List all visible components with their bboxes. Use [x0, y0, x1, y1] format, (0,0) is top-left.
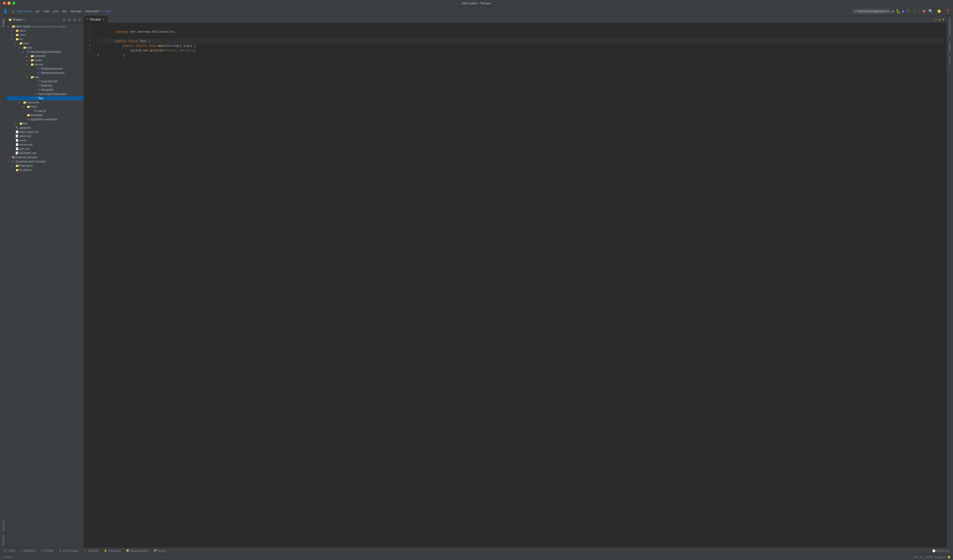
tree-item-java[interactable]: ▾ 📁 java	[6, 45, 84, 50]
folder-icon: 📁	[30, 59, 34, 62]
tree-item-extensions[interactable]: ▸ 📁 Extensions	[6, 164, 84, 168]
vcs-button[interactable]: 👤	[2, 8, 9, 14]
run-configuration[interactable]: ● HelloCopilotApplication ▾	[852, 9, 890, 14]
terminal-icon: >_	[84, 549, 87, 552]
tree-item-test[interactable]: C Test	[6, 96, 84, 100]
tree-item-src[interactable]: ▾ 📁 src	[6, 37, 84, 41]
breadcrumb-danvega[interactable]: danvega	[71, 9, 81, 13]
locate-in-tree-button[interactable]: ⊕	[62, 17, 66, 22]
tree-item-gitignore[interactable]: 🔧 .gitignore	[6, 126, 84, 130]
jms-messenger-tab[interactable]: Jms Messenger	[948, 16, 952, 39]
help-button[interactable]: ❓	[944, 8, 951, 14]
tree-item-test-folder[interactable]: ▸ 📁 test	[6, 121, 84, 126]
tree-item-scratches-folder[interactable]: 📁 Scratches	[6, 168, 84, 172]
code-content[interactable]: package dev.danvega.hellocopilot; public…	[95, 23, 947, 548]
maximize-button[interactable]	[12, 2, 15, 5]
tree-item-whiteboard-service[interactable]: C WhiteboardService	[6, 71, 84, 75]
tree-item-templates[interactable]: 📁 templates	[6, 113, 84, 117]
tree-item-pom-xml[interactable]: 📄 pom.xml	[6, 147, 84, 151]
more-run-actions[interactable]: ⋮	[911, 8, 917, 14]
breadcrumb-main[interactable]: main	[43, 9, 50, 13]
navigate-back[interactable]: ◁	[10, 8, 16, 14]
stop-button[interactable]: ⏹	[922, 9, 926, 13]
editor-tab-test-java[interactable]: C Test.java ✕	[84, 16, 108, 23]
tree-item-mvn[interactable]: ▸ 📁 .mvn	[6, 33, 84, 37]
tree-item-scratches[interactable]: ▾ 🗂 Scratches and Consoles	[6, 160, 84, 164]
minimize-button[interactable]	[8, 2, 11, 5]
spring-tab[interactable]: 🌱 Spring	[151, 549, 168, 553]
indent-status[interactable]: 4 spaces	[935, 556, 945, 558]
tree-item-idea[interactable]: ▸ 📁 .idea	[6, 29, 84, 33]
tree-item-package[interactable]: ▾ ●● dev.danvega.hellocopilot	[6, 50, 84, 54]
hide-panel-button[interactable]: ✕	[78, 17, 82, 22]
debug-button[interactable]: 🐛	[896, 9, 901, 13]
breadcrumb-dev[interactable]: dev	[62, 9, 67, 13]
tree-item-calendar-utils[interactable]: C CalendarUtils	[6, 79, 84, 84]
tree-item-main-js[interactable]: JS main.js	[6, 109, 84, 113]
maven-tab[interactable]: Maven	[948, 55, 952, 67]
todo-tab[interactable]: ☰ TODO	[2, 549, 18, 553]
xml-icon: 📄	[15, 147, 19, 150]
breadcrumb-hellocopilot[interactable]: hellocopilot	[85, 9, 99, 13]
collapse-all-button[interactable]: ⊟	[67, 17, 71, 22]
tree-item-external-libs[interactable]: ▸ 📚 External Libraries	[6, 155, 84, 160]
line-ending-status[interactable]: LF	[920, 556, 923, 558]
tree-item-employee-service[interactable]: C EmployeeService	[6, 67, 84, 71]
code-editor[interactable]: 1 2 3 4 5 6 package dev.danvega.hellocop…	[84, 23, 947, 548]
search-everywhere[interactable]: 🔍	[927, 8, 934, 14]
folder-icon: 📁	[15, 168, 19, 172]
coverage-button[interactable]: ▶	[902, 9, 905, 13]
tree-item-mvnw-cmd[interactable]: 📄 mvnw.cmd	[6, 143, 84, 147]
tree-item-model[interactable]: ▸ 📁 model	[6, 58, 84, 62]
tree-item-readme[interactable]: 📝 README.md	[6, 151, 84, 155]
folder-icon: 📁	[15, 164, 19, 168]
tree-item-hello-copilot[interactable]: ▾ 📁 hello-copilot ~/dev/spring-boot/hell…	[6, 24, 84, 29]
git-icon: ⎇	[2, 555, 5, 558]
tree-item-iml[interactable]: 📄 hello-copilot.iml	[6, 130, 84, 134]
encoding-status[interactable]: UTF-8	[925, 556, 932, 558]
tree-item-service[interactable]: ▾ 📁 service	[6, 62, 84, 67]
problems-tab[interactable]: ⚠ Problems	[18, 549, 38, 553]
sidebar-structure-tab[interactable]: Structure	[1, 519, 6, 533]
tree-item-static[interactable]: ▾ 📁 static	[6, 105, 84, 109]
profile-button[interactable]: ⏱	[906, 9, 910, 13]
code-line-4c: }	[97, 48, 944, 53]
run-button[interactable]: ▶	[892, 9, 895, 13]
breadcrumb-test[interactable]: C Test	[103, 9, 111, 13]
tree-item-main[interactable]: ▾ 📁 main	[6, 41, 84, 45]
cmd-icon: 📄	[15, 143, 19, 146]
endpoints-tab[interactable]: ⚡ Endpoints	[101, 549, 123, 553]
tree-item-resources[interactable]: ▾ 📁 resources	[6, 100, 84, 105]
terminal-tab[interactable]: >_ Terminal	[81, 549, 101, 553]
breadcrumb-src[interactable]: src	[36, 9, 39, 13]
tree-item-utils[interactable]: ▾ 📁 utils	[6, 75, 84, 79]
tree-item-help-md[interactable]: 📝 HELP.md	[6, 134, 84, 138]
dependencies-tab[interactable]: 📦 Dependencies	[124, 549, 151, 553]
notifications-status[interactable]: 🔔	[947, 555, 951, 558]
tab-close-button[interactable]: ✕	[102, 18, 105, 21]
jms-browser-tab[interactable]: ✉ Jms Browser	[56, 549, 81, 553]
cursor-position-status[interactable]: 4:5	[914, 556, 917, 558]
git-branch-status[interactable]: ⎇ main	[2, 555, 12, 558]
tree-item-hello-copilot-app[interactable]: C HelloCopilotApplication	[6, 92, 84, 96]
settings-button[interactable]: ⭐	[936, 8, 943, 14]
close-button[interactable]	[3, 2, 6, 5]
profiler-tab[interactable]: ⏱ Profiler	[39, 549, 56, 553]
window-title: hello-copilot – Test.java	[462, 2, 491, 5]
tree-item-mvnw[interactable]: 📄 mvnw	[6, 138, 84, 143]
project-panel: 📁 Project ▾ ⊕ ⊟ ⚙ ✕ ▾ 📁 hello-copilot ~/…	[6, 16, 84, 548]
tree-item-controller[interactable]: ▸ 📁 controller	[6, 54, 84, 58]
database-tab[interactable]: Database	[948, 39, 952, 55]
options-button[interactable]: ⚙	[72, 17, 77, 22]
tree-item-math-utils[interactable]: C MathUtils	[6, 84, 84, 88]
iml-icon: 📄	[15, 130, 19, 134]
package-icon: ●●	[26, 50, 31, 53]
tree-item-application-properties[interactable]: ⚙ application.properties	[6, 117, 84, 121]
breadcrumb-java[interactable]: java	[53, 9, 58, 13]
sidebar-favorites-tab[interactable]: Favorites	[1, 533, 6, 548]
sidebar-project-tab[interactable]: Project	[1, 17, 6, 29]
md-icon: 📝	[15, 135, 19, 138]
breadcrumb-root[interactable]: hello-copilot	[17, 9, 32, 13]
event-log-tab[interactable]: 🕐 Event Log	[930, 549, 951, 553]
tree-item-string-utils[interactable]: C StringUtils	[6, 88, 84, 92]
